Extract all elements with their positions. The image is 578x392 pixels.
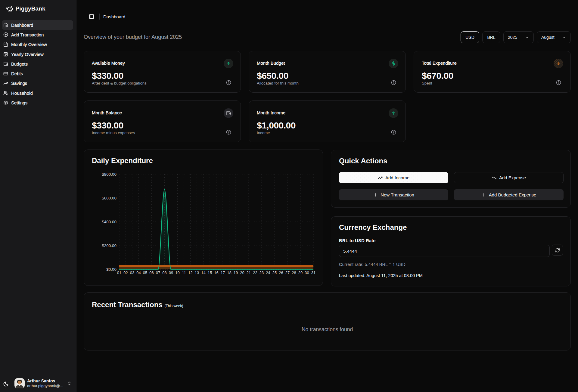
- svg-text:31: 31: [311, 270, 315, 275]
- svg-text:28: 28: [292, 270, 296, 275]
- svg-text:29: 29: [298, 270, 303, 275]
- svg-text:22: 22: [253, 270, 257, 275]
- svg-text:06: 06: [149, 270, 154, 275]
- svg-text:05: 05: [143, 270, 147, 275]
- svg-text:23: 23: [259, 270, 264, 275]
- svg-text:18: 18: [227, 270, 231, 275]
- svg-text:$200.00: $200.00: [102, 243, 117, 248]
- svg-text:30: 30: [305, 270, 309, 275]
- svg-text:04: 04: [136, 270, 141, 275]
- svg-text:27: 27: [285, 270, 290, 275]
- svg-text:21: 21: [247, 270, 251, 275]
- svg-text:24: 24: [266, 270, 270, 275]
- svg-text:03: 03: [130, 270, 134, 275]
- svg-text:20: 20: [240, 270, 244, 275]
- svg-text:$600.00: $600.00: [102, 196, 117, 200]
- svg-text:14: 14: [201, 270, 205, 275]
- svg-text:$400.00: $400.00: [102, 220, 117, 224]
- svg-text:16: 16: [214, 270, 218, 275]
- svg-text:15: 15: [208, 270, 212, 275]
- svg-text:12: 12: [188, 270, 192, 275]
- svg-text:07: 07: [156, 270, 160, 275]
- svg-text:11: 11: [182, 270, 186, 275]
- svg-text:01: 01: [117, 270, 121, 275]
- svg-text:25: 25: [272, 270, 277, 275]
- svg-text:$0.00: $0.00: [106, 267, 117, 272]
- svg-text:13: 13: [195, 270, 199, 275]
- svg-text:19: 19: [234, 270, 238, 275]
- svg-text:26: 26: [279, 270, 283, 275]
- svg-text:10: 10: [175, 270, 179, 275]
- svg-text:$800.00: $800.00: [102, 172, 117, 177]
- svg-text:17: 17: [221, 270, 225, 275]
- svg-text:08: 08: [162, 270, 166, 275]
- svg-text:02: 02: [123, 270, 128, 275]
- svg-text:09: 09: [169, 270, 173, 275]
